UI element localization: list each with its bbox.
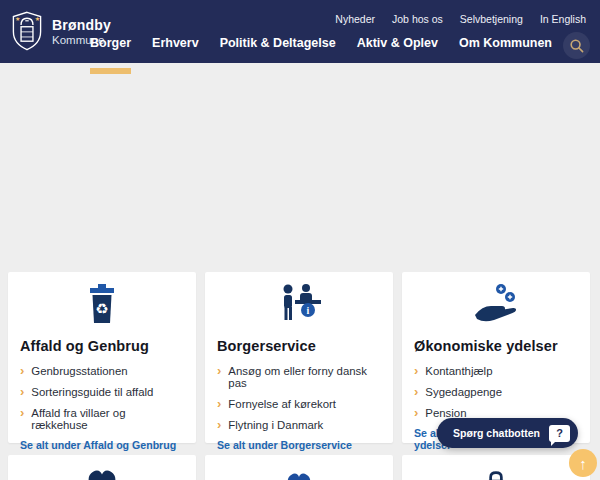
card-link-list: › Kontanthjælp › Sygedagpenge › Pension xyxy=(414,364,578,419)
link-affald-villaer[interactable]: › Affald fra villaer og rækkehuse xyxy=(20,406,184,431)
search-icon xyxy=(569,38,585,54)
link-flytning[interactable]: › Flytning i Danmark xyxy=(217,418,381,431)
link-kontanthjaelp[interactable]: › Kontanthjælp xyxy=(414,364,578,377)
chevron-right-icon: › xyxy=(217,418,221,431)
chevron-right-icon: › xyxy=(414,385,418,398)
card-title: Økonomiske ydelser xyxy=(414,338,578,354)
card-link-list: › Genbrugsstationen › Sorteringsguide ti… xyxy=(20,364,184,431)
nav-item-aktiv-oplev[interactable]: Aktiv & Oplev xyxy=(357,36,438,54)
utility-link-selvbetjening[interactable]: Selvbetjening xyxy=(460,13,523,25)
utility-link-job-hos-os[interactable]: Job hos os xyxy=(392,13,443,25)
service-cards-row-partial xyxy=(8,455,592,480)
municipal-crest-icon: ★ ★ xyxy=(10,9,44,53)
svg-text:★: ★ xyxy=(15,16,20,22)
dark-heart-icon xyxy=(8,461,196,480)
chevron-right-icon: › xyxy=(414,364,418,377)
see-all-affald-link[interactable]: Se alt under Affald og Genbrug xyxy=(20,439,184,451)
search-button[interactable] xyxy=(563,32,590,59)
main-nav: Borger Erhverv Politik & Deltagelse Akti… xyxy=(90,36,552,54)
svg-text:i: i xyxy=(307,305,310,316)
hand-coins-icon xyxy=(402,282,590,326)
card-title: Affald og Genbrug xyxy=(20,338,184,354)
chevron-right-icon: › xyxy=(20,385,24,398)
see-all-borgerservice-link[interactable]: Se alt under Borgerservice xyxy=(217,439,381,451)
link-koerekort[interactable]: › Fornyelse af kørekort xyxy=(217,397,381,410)
card-link-list: › Ansøg om eller forny dansk pas › Forny… xyxy=(217,364,381,431)
link-sygedagpenge[interactable]: › Sygedagpenge xyxy=(414,385,578,398)
bag-icon xyxy=(402,465,590,480)
nav-item-erhverv[interactable]: Erhverv xyxy=(152,36,199,54)
question-bubble-icon: ? xyxy=(549,425,570,442)
nav-item-borger[interactable]: Borger xyxy=(90,36,131,54)
chevron-right-icon: › xyxy=(414,406,418,419)
arrow-up-icon: ↑ xyxy=(579,455,587,472)
utility-link-in-english[interactable]: In English xyxy=(540,13,586,25)
link-sorteringsguide[interactable]: › Sorteringsguide til affald xyxy=(20,385,184,398)
svg-text:★: ★ xyxy=(35,16,40,22)
card-partial-2 xyxy=(205,455,393,480)
card-partial-1 xyxy=(8,455,196,480)
site-header: ★ ★ Brøndby Kommune Nyheder Job hos os S… xyxy=(0,0,600,63)
recycle-bin-icon: ♻ xyxy=(8,282,196,326)
link-dansk-pas[interactable]: › Ansøg om eller forny dansk pas xyxy=(217,364,381,389)
utility-nav: Nyheder Job hos os Selvbetjening In Engl… xyxy=(335,13,586,25)
chatbot-label: Spørg chatbotten xyxy=(453,427,540,439)
service-desk-icon: i xyxy=(205,282,393,326)
utility-link-nyheder[interactable]: Nyheder xyxy=(335,13,375,25)
chevron-right-icon: › xyxy=(217,364,221,377)
chevron-right-icon: › xyxy=(217,397,221,410)
chevron-right-icon: › xyxy=(20,364,24,377)
nav-item-politik-deltagelse[interactable]: Politik & Deltagelse xyxy=(220,36,336,54)
chatbot-button[interactable]: Spørg chatbotten ? xyxy=(437,418,578,448)
card-borgerservice: i Borgerservice › Ansøg om eller forny d… xyxy=(205,272,393,443)
page: ★ ★ Brøndby Kommune Nyheder Job hos os S… xyxy=(0,0,600,480)
link-genbrugsstationen[interactable]: › Genbrugsstationen xyxy=(20,364,184,377)
card-title: Borgerservice xyxy=(217,338,381,354)
card-affald-og-genbrug: ♻ Affald og Genbrug › Genbrugsstationen … xyxy=(8,272,196,443)
nav-item-om-kommunen[interactable]: Om Kommunen xyxy=(459,36,552,54)
card-partial-3 xyxy=(402,455,590,480)
svg-text:♻: ♻ xyxy=(95,300,108,317)
blue-heart-icon xyxy=(205,462,393,480)
scroll-to-top-button[interactable]: ↑ xyxy=(569,449,597,477)
brand-line1: Brøndby xyxy=(52,17,111,33)
chevron-right-icon: › xyxy=(20,406,24,419)
